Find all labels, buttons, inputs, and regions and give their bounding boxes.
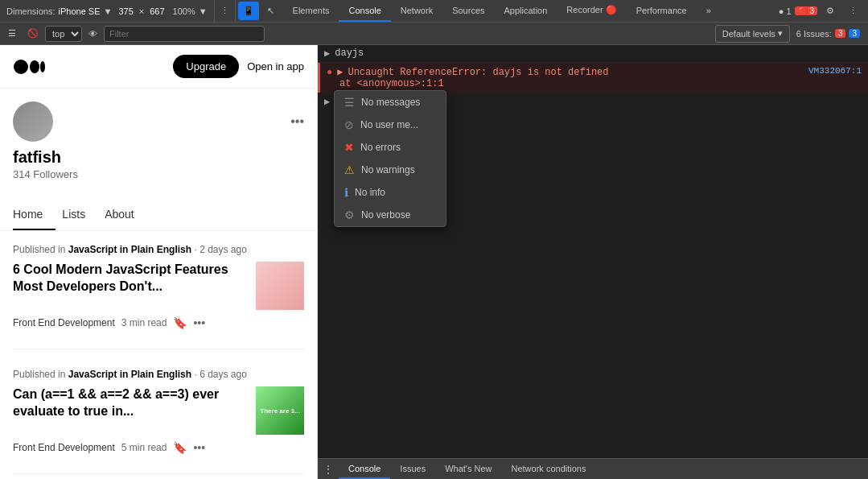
article-row: 6 Cool Modern JavaScript Features Most D… [13, 262, 304, 310]
dropdown-no-user-messages[interactable]: ⊘ No user me... [335, 114, 446, 136]
profile-name: fatfish [13, 148, 304, 167]
publication-name: JavaScript in Plain English [68, 244, 191, 255]
article-more-button[interactable]: ••• [193, 441, 205, 454]
error-location: at <anonymous>:1:1 [327, 78, 609, 89]
article-title[interactable]: Can (a==1 && a==2 && a==3) ever evaluate… [13, 386, 246, 420]
verbose-icon: ⚙ [344, 209, 355, 221]
issues-count-display: 6 Issues: 3 3 [792, 29, 865, 39]
device-emulation-button[interactable]: 📱 [238, 2, 259, 20]
clear-button[interactable]: 🚫 [23, 25, 43, 43]
zoom-selector[interactable]: 100% [173, 6, 195, 16]
tab-lists[interactable]: Lists [62, 200, 98, 230]
medium-logo-svg [13, 57, 45, 76]
tab-sources[interactable]: Sources [442, 0, 494, 22]
issues-red-badge: 3 [835, 29, 846, 38]
article-footer: Front End Development 3 min read 🔖 ••• [13, 316, 304, 329]
article-thumbnail [256, 262, 304, 310]
publication-name: JavaScript in Plain English [68, 369, 191, 380]
zoom-dropdown-icon[interactable]: ▼ [199, 6, 208, 16]
bottom-tab-issues[interactable]: Issues [390, 459, 435, 479]
dropdown-no-messages[interactable]: ☰ No messages [335, 91, 446, 114]
article-title[interactable]: 6 Cool Modern JavaScript Features Most D… [13, 262, 246, 295]
bottom-panel-toggle[interactable]: ⋮ [318, 459, 339, 479]
dropdown-no-verbose[interactable]: ⚙ No verbose [335, 204, 446, 226]
read-time: 5 min read [121, 442, 167, 453]
console-input-chevron: ▶ [324, 96, 330, 108]
article-more-button[interactable]: ••• [193, 316, 205, 329]
tab-network[interactable]: Network [391, 0, 442, 22]
width-value: 375 [118, 6, 133, 16]
errors-icon: ✖ [344, 141, 354, 154]
tab-about[interactable]: About [105, 200, 147, 230]
dot-indicator: ● 1 [779, 6, 792, 16]
error-source-link[interactable]: VM332067:1 [808, 66, 862, 76]
tab-recorder[interactable]: Recorder 🔴 [557, 0, 626, 22]
time-ago: 2 days ago [200, 244, 247, 255]
default-levels-button[interactable]: Default levels ▾ [715, 25, 790, 43]
list-item: Published in JavaScript in Plain English… [13, 369, 304, 454]
user-messages-icon: ⊘ [344, 118, 354, 131]
upgrade-button[interactable]: Upgrade [173, 55, 239, 78]
console-second-toolbar: ☰ 🚫 top 👁 Default levels ▾ 6 Issues: 3 3 [0, 23, 868, 45]
tab-home[interactable]: Home [13, 200, 56, 230]
dropdown-no-info[interactable]: ℹ No info [335, 181, 446, 204]
bottom-tab-console[interactable]: Console [339, 459, 390, 479]
tab-more[interactable]: » [697, 0, 721, 22]
svg-point-1 [30, 60, 39, 73]
sidebar-toggle-button[interactable]: ☰ [3, 25, 21, 43]
profile-more-button[interactable]: ••• [290, 114, 304, 129]
more-devtools-button[interactable]: ⋮ [843, 6, 863, 16]
dropdown-no-warnings[interactable]: ⚠ No warnings [335, 159, 446, 181]
console-filter-dropdown: ☰ No messages ⊘ No user me... ✖ No error… [334, 90, 446, 227]
bottom-tab-network-conditions[interactable]: Network conditions [502, 459, 596, 479]
eye-button[interactable]: 👁 [84, 25, 102, 43]
article-row: Can (a==1 && a==2 && a==3) ever evaluate… [13, 386, 304, 435]
profile-followers: 314 Followers [13, 168, 304, 180]
tab-elements[interactable]: Elements [283, 0, 339, 22]
top-level-selector[interactable]: top [45, 26, 82, 42]
svg-point-2 [40, 61, 45, 72]
article-thumbnail: There are 3... [256, 386, 304, 435]
profile-top: ••• [13, 101, 304, 142]
no-errors-label: No errors [360, 142, 401, 153]
article-tag: Front End Development [13, 442, 115, 453]
articles-list: Published in JavaScript in Plain English… [0, 231, 317, 479]
open-in-app-button[interactable]: Open in app [247, 60, 304, 72]
more-options-button[interactable]: ⋮ [215, 0, 235, 22]
svg-point-0 [14, 60, 28, 74]
article-divider [13, 473, 304, 474]
error-expand-arrow[interactable]: ▶ [337, 66, 343, 78]
warnings-icon: ⚠ [344, 163, 355, 176]
no-messages-label: No messages [361, 97, 420, 108]
error-icon: ● [327, 67, 332, 78]
info-icon: ℹ [344, 186, 348, 199]
article-meta: Published in JavaScript in Plain English… [13, 244, 304, 255]
device-selector[interactable]: iPhone SE [59, 6, 101, 16]
cursor-button[interactable]: ↖ [261, 0, 280, 22]
filter-input[interactable] [104, 26, 265, 42]
time-ago: 6 days ago [200, 369, 247, 380]
tab-console[interactable]: Console [339, 0, 390, 22]
error-message: Uncaught ReferenceError: dayjs is not de… [348, 67, 608, 78]
mobile-header: Upgrade Open in app [0, 45, 317, 89]
bottom-tab-whats-new[interactable]: What's New [435, 459, 501, 479]
profile-nav-tabs: Home Lists About [0, 200, 317, 231]
toolbar-right: ● 1 🔴 3 ⚙ ⋮ [779, 6, 868, 16]
dropdown-no-errors[interactable]: ✖ No errors [335, 136, 446, 159]
bookmark-icon[interactable]: 🔖 [173, 316, 187, 329]
dimension-x: × [139, 6, 144, 16]
settings-button[interactable]: ⚙ [821, 6, 840, 16]
height-value: 667 [150, 6, 164, 16]
bookmark-icon[interactable]: 🔖 [173, 441, 187, 454]
devtools-tabs: Elements Console Network Sources Applica… [283, 0, 721, 22]
messages-icon: ☰ [344, 96, 355, 109]
no-warnings-label: No warnings [361, 164, 415, 175]
tab-application[interactable]: Application [495, 0, 557, 22]
error-count: 🔴 3 [795, 6, 817, 15]
tab-performance[interactable]: Performance [627, 0, 697, 22]
article-divider [13, 349, 304, 349]
device-dropdown-icon[interactable]: ▼ [104, 6, 113, 16]
error-badge: 🔴 3 [795, 6, 817, 15]
default-levels-label: Default levels [722, 29, 775, 39]
console-input-text: dayjs [335, 47, 862, 59]
